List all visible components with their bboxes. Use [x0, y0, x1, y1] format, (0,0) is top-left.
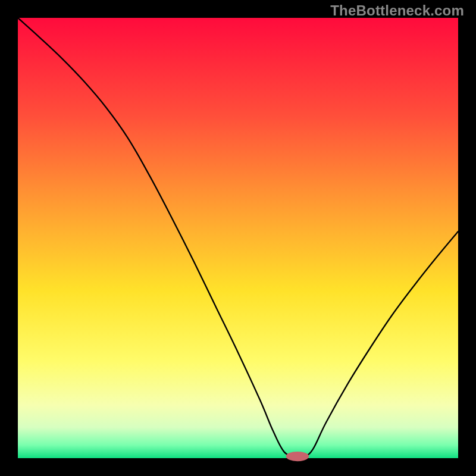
plot-background [18, 18, 458, 458]
chart-frame: { "watermark": "TheBottleneck.com", "cha… [0, 0, 476, 476]
bottleneck-chart [0, 0, 476, 476]
watermark-text: TheBottleneck.com [330, 2, 464, 19]
optimal-marker [286, 452, 309, 461]
